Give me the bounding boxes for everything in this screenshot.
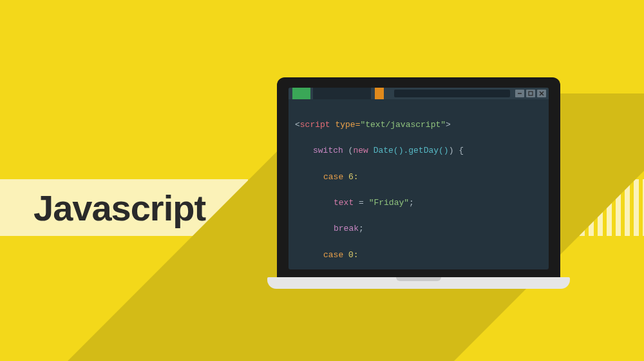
code-line: <script type="text/javascript"> <box>295 119 545 132</box>
editor-screen: <script type="text/javascript"> switch (… <box>289 88 549 269</box>
code-block: <script type="text/javascript"> switch (… <box>289 99 549 269</box>
window-controls <box>515 90 546 97</box>
tab-item[interactable] <box>313 88 371 99</box>
close-button[interactable] <box>537 90 546 97</box>
address-bar[interactable] <box>394 90 510 97</box>
maximize-button[interactable] <box>526 90 535 97</box>
code-line: break; <box>295 222 545 235</box>
maximize-icon <box>528 91 533 96</box>
minimize-button[interactable] <box>515 90 524 97</box>
svg-rect-1 <box>529 92 533 95</box>
code-line: switch (new Date().getDay()) { <box>295 144 545 157</box>
tab-active-indicator <box>292 88 310 99</box>
page-title: Javascript <box>33 187 205 229</box>
laptop-notch <box>396 277 441 281</box>
laptop: <script type="text/javascript"> switch (… <box>277 77 560 289</box>
laptop-base <box>267 277 570 289</box>
code-line: case 6: <box>295 171 545 184</box>
tab-modified-indicator <box>375 88 384 99</box>
code-line: text = "Friday"; <box>295 197 545 210</box>
laptop-bezel: <script type="text/javascript"> switch (… <box>277 77 560 277</box>
close-icon <box>539 91 544 96</box>
code-line: case 0: <box>295 249 545 262</box>
editor-tabbar <box>289 88 549 99</box>
minimize-icon <box>517 91 522 96</box>
